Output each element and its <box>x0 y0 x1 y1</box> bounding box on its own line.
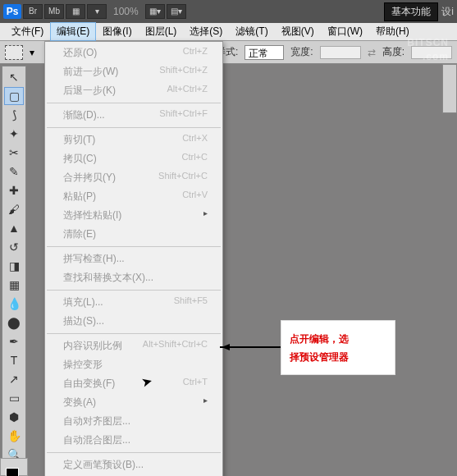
watermark: BITSCN.com <box>407 30 449 62</box>
menubar: 文件(F) 编辑(E) 图像(I) 图层(L) 选择(S) 滤镜(T) 视图(V… <box>0 23 457 41</box>
gradient-tool[interactable]: ▦ <box>4 276 24 294</box>
eraser-tool[interactable]: ◨ <box>4 257 24 275</box>
annotation-box: 点开编辑，选 择预设管理器 <box>281 320 395 375</box>
menu-separator <box>47 333 221 334</box>
menu-edit[interactable]: 编辑(E) <box>50 22 96 41</box>
marquee-tool[interactable]: ▢ <box>4 87 24 105</box>
shape-tool[interactable]: ▭ <box>4 389 24 407</box>
menu-step-forward[interactable]: 前进一步(W)Shift+Ctrl+Z <box>45 62 222 81</box>
wand-tool[interactable]: ✦ <box>4 125 24 143</box>
zoom-level[interactable]: 100% <box>113 6 139 17</box>
menu-fill[interactable]: 填充(L)...Shift+F5 <box>45 293 222 312</box>
3d-tool[interactable]: ⬢ <box>4 408 24 426</box>
annotation-text: 择预设管理器 <box>290 351 349 363</box>
menu-select[interactable]: 选择(S) <box>183 22 229 41</box>
menu-fade[interactable]: 渐隐(D)...Shift+Ctrl+F <box>45 106 222 125</box>
marquee-tool-icon[interactable] <box>5 45 23 60</box>
collapsed-panel[interactable] <box>442 64 457 113</box>
menu-cut[interactable]: 剪切(T)Ctrl+X <box>45 130 222 149</box>
menu-separator <box>47 452 221 453</box>
menu-separator <box>47 127 221 128</box>
brush-tool[interactable]: 🖌 <box>4 200 24 218</box>
swap-icon[interactable]: ⇄ <box>368 47 376 58</box>
menu-separator <box>47 103 221 103</box>
menu-clear[interactable]: 清除(E) <box>45 225 222 244</box>
height-label: 高度: <box>382 45 404 59</box>
edit-menu-dropdown: 还原(O)Ctrl+Z 前进一步(W)Shift+Ctrl+Z 后退一步(K)A… <box>44 41 223 476</box>
type-tool[interactable]: T <box>4 351 24 369</box>
doc-layout-button[interactable]: ▤▾ <box>167 4 186 19</box>
width-label: 宽度: <box>290 45 313 59</box>
blur-tool[interactable]: 💧 <box>4 295 24 313</box>
path-tool[interactable]: ↗ <box>4 370 24 388</box>
minibridge-button[interactable]: Mb <box>44 4 64 19</box>
menu-copy[interactable]: 拷贝(C)Ctrl+C <box>45 149 222 168</box>
heal-tool[interactable]: ✚ <box>4 181 24 199</box>
menu-step-backward[interactable]: 后退一步(K)Alt+Ctrl+Z <box>45 81 222 100</box>
annotation-arrow <box>220 346 281 348</box>
dodge-tool[interactable]: ⬤ <box>4 314 24 332</box>
width-field[interactable] <box>320 46 361 59</box>
menu-separator <box>47 290 221 291</box>
stamp-tool[interactable]: ▲ <box>4 219 24 237</box>
lasso-tool[interactable]: ⟆ <box>4 106 24 124</box>
menu-filter[interactable]: 滤镜(T) <box>229 22 274 41</box>
menu-transform[interactable]: 变换(A) <box>45 393 222 412</box>
screen-mode-button[interactable]: ▦ <box>66 4 85 19</box>
menu-window[interactable]: 窗口(W) <box>321 22 369 41</box>
menu-file[interactable]: 文件(F) <box>5 22 50 41</box>
menu-view[interactable]: 视图(V) <box>275 22 321 41</box>
menu-define-brush[interactable]: 定义画笔预设(B)... <box>45 455 222 474</box>
bridge-button[interactable]: Br <box>23 4 43 19</box>
eyedropper-tool[interactable]: ✎ <box>4 162 24 181</box>
app-toolbar: Ps Br Mb ▦ ▾ 100% ▦▾ ▤▾ 基本功能 设i <box>0 0 457 23</box>
menu-free-transform[interactable]: 自由变换(F)Ctrl+T <box>45 374 222 393</box>
menu-separator <box>47 246 221 247</box>
arrange-button[interactable]: ▾ <box>87 4 107 19</box>
annotation-text: 点开编辑，选 <box>290 333 349 345</box>
tools-panel: ↖ ▢ ⟆ ✦ ✂ ✎ ✚ 🖌 ▲ ↺ ◨ ▦ 💧 ⬤ ✒ T ↗ ▭ ⬢ ✋ … <box>2 66 26 476</box>
menu-paste-special[interactable]: 选择性粘贴(I) <box>45 206 222 225</box>
menu-puppet-warp[interactable]: 操控变形 <box>45 355 222 374</box>
design-tab[interactable]: 设i <box>441 5 454 19</box>
menu-copy-merged[interactable]: 合并拷贝(Y)Shift+Ctrl+C <box>45 168 222 187</box>
style-select[interactable]: 正常 <box>244 45 284 60</box>
menu-content-scale[interactable]: 内容识别比例Alt+Shift+Ctrl+C <box>45 336 222 355</box>
ps-logo: Ps <box>3 4 21 19</box>
menu-paste[interactable]: 粘贴(P)Ctrl+V <box>45 187 222 206</box>
pen-tool[interactable]: ✒ <box>4 332 24 350</box>
menu-auto-align[interactable]: 自动对齐图层... <box>45 412 222 431</box>
menu-image[interactable]: 图像(I) <box>96 22 138 41</box>
menu-undo[interactable]: 还原(O)Ctrl+Z <box>45 43 222 62</box>
menu-layer[interactable]: 图层(L) <box>139 22 184 41</box>
menu-spell[interactable]: 拼写检查(H)... <box>45 249 222 268</box>
dropdown-icon[interactable]: ▾ <box>30 47 34 58</box>
menu-stroke[interactable]: 描边(S)... <box>45 312 222 331</box>
foreground-color[interactable] <box>6 468 19 476</box>
menu-find-replace[interactable]: 查找和替换文本(X)... <box>45 268 222 287</box>
extras-button[interactable]: ▦▾ <box>145 4 165 19</box>
workspace-button[interactable]: 基本功能 <box>384 2 438 21</box>
move-tool[interactable]: ↖ <box>4 68 24 86</box>
hand-tool[interactable]: ✋ <box>4 427 24 445</box>
history-brush-tool[interactable]: ↺ <box>4 238 24 256</box>
crop-tool[interactable]: ✂ <box>4 144 24 162</box>
menu-auto-blend[interactable]: 自动混合图层... <box>45 431 222 450</box>
